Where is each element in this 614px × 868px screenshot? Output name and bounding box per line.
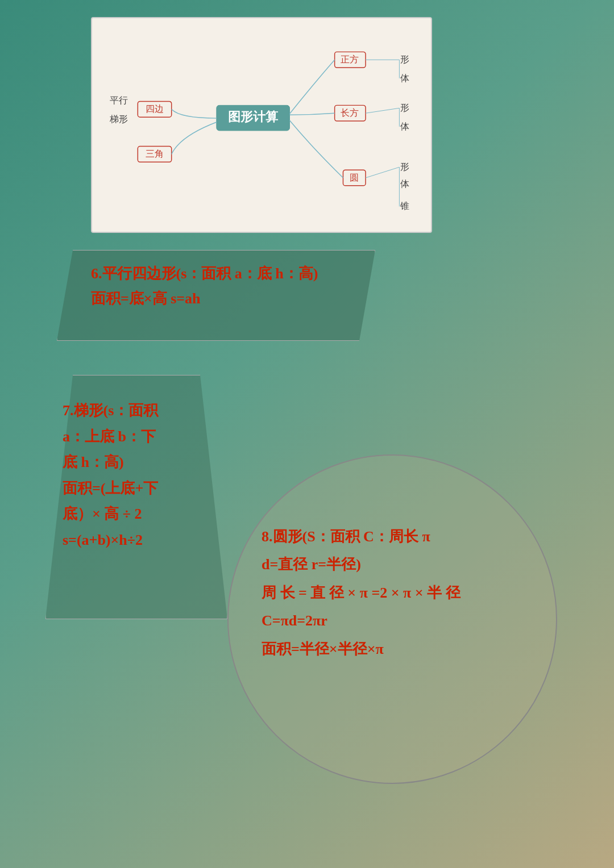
trapezoid-text: 7.梯形(s：面积 a：上底 b：下 底 h：高) 面积=(上底+下 底）× 高… (63, 398, 210, 553)
svg-text:圆: 圆 (350, 173, 359, 182)
section6-formula1: 面积=底×高 s=ah (91, 286, 318, 311)
section8-line3: 周 长 = 直 径 × π =2 × π × 半 径 (262, 579, 523, 607)
section7-line5: 底）× 高 ÷ 2 (63, 501, 210, 527)
mindmap-svg: 图形计算 四边 平行 梯形 三角 正方 形 体 长方 形 体 圆 形 体 锥 (92, 18, 431, 232)
svg-text:四边: 四边 (146, 104, 164, 114)
section8-line4: C=πd=2πr (262, 607, 523, 635)
svg-text:体: 体 (400, 73, 409, 83)
svg-text:正方: 正方 (341, 55, 359, 64)
section7-line6: s=(a+b)×h÷2 (63, 527, 210, 553)
mindmap-container: 图形计算 四边 平行 梯形 三角 正方 形 体 长方 形 体 圆 形 体 锥 (91, 17, 432, 233)
parallelogram-section: 6.平行四边形(s：面积 a：底 h：高) 面积=底×高 s=ah (57, 250, 375, 341)
section8-line5: 面积=半径×半径×π (262, 635, 523, 663)
section7-line1: 7.梯形(s：面积 (63, 398, 210, 424)
svg-text:三角: 三角 (146, 149, 164, 158)
svg-text:锥: 锥 (400, 201, 409, 211)
svg-text:形: 形 (400, 162, 409, 172)
parallelogram-text: 6.平行四边形(s：面积 a：底 h：高) 面积=底×高 s=ah (91, 261, 318, 311)
section7-line3: 底 h：高) (63, 449, 210, 475)
circle-section: 8.圆形(S：面积 C：周长 π d=直径 r=半径) 周 长 = 直 径 × … (227, 454, 557, 784)
svg-text:平行: 平行 (110, 95, 128, 105)
section8-line1: 8.圆形(S：面积 C：周长 π (262, 523, 523, 550)
svg-text:梯形: 梯形 (109, 114, 128, 124)
circle-text: 8.圆形(S：面积 C：周长 π d=直径 r=半径) 周 长 = 直 径 × … (262, 523, 523, 663)
svg-text:体: 体 (400, 122, 409, 131)
section7-line2: a：上底 b：下 (63, 424, 210, 450)
svg-text:图形计算: 图形计算 (228, 110, 279, 124)
section7-line4: 面积=(上底+下 (63, 475, 210, 502)
svg-text:形: 形 (400, 55, 409, 64)
svg-text:长方: 长方 (341, 108, 359, 118)
svg-text:形: 形 (400, 103, 409, 112)
section6-title: 6.平行四边形(s：面积 a：底 h：高) (91, 261, 318, 286)
section8-line2: d=直径 r=半径) (262, 550, 523, 578)
trapezoid-section: 7.梯形(s：面积 a：上底 b：下 底 h：高) 面积=(上底+下 底）× 高… (45, 375, 227, 619)
svg-text:体: 体 (400, 179, 409, 189)
